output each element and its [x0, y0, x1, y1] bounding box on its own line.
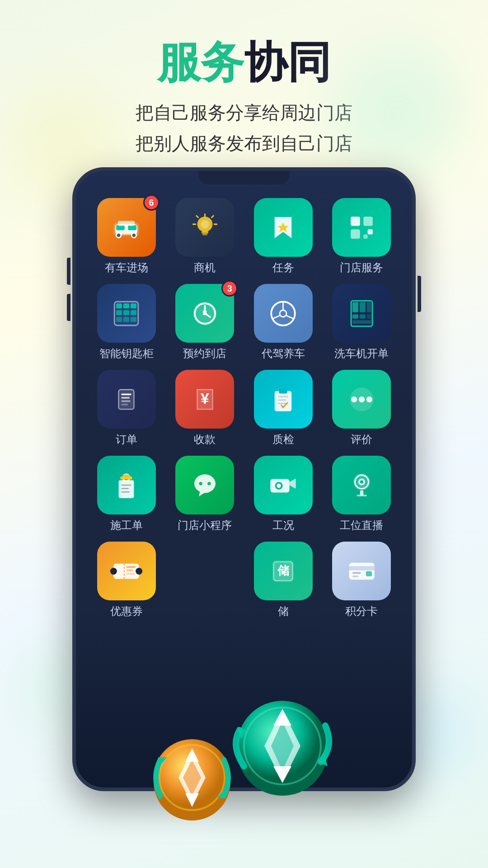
svg-rect-46 — [367, 302, 371, 312]
app-item-payment[interactable]: ¥ 收款 — [168, 370, 242, 447]
svg-rect-11 — [202, 233, 207, 235]
app-item-store-service[interactable]: 门店服务 — [325, 198, 399, 275]
app-item-washer[interactable]: 洗车机开单 — [325, 284, 399, 361]
svg-point-75 — [199, 482, 202, 486]
app-item-car-entry[interactable]: 6 有车进场 — [89, 198, 164, 275]
keypad-icon — [109, 297, 143, 330]
app-icon-wrapper-task — [254, 198, 313, 257]
app-icon-wrapper-car-entry: 6 — [97, 198, 156, 257]
svg-point-76 — [207, 482, 211, 486]
svg-line-41 — [273, 315, 281, 319]
label-review: 评价 — [351, 432, 372, 447]
app-item-coupon[interactable]: 优惠券 — [89, 542, 164, 618]
worker-icon — [109, 468, 143, 502]
svg-rect-23 — [363, 234, 367, 238]
svg-rect-29 — [123, 310, 129, 315]
label-washer: 洗车机开单 — [334, 346, 389, 361]
app-icon-smart-key — [97, 284, 156, 343]
svg-rect-51 — [118, 389, 135, 410]
green-coin — [228, 692, 337, 800]
svg-rect-45 — [360, 302, 366, 312]
svg-rect-26 — [123, 303, 129, 308]
app-item-appointment[interactable]: B 3 预约到店 — [168, 284, 242, 361]
app-item-empty1 — [168, 542, 242, 618]
svg-text:¥: ¥ — [201, 389, 209, 406]
app-icon-wrapper-quality — [254, 370, 313, 429]
app-icon-wrapper-appointment: B 3 — [175, 284, 234, 343]
app-icon-wrapper-live-status — [254, 456, 313, 514]
svg-point-67 — [366, 396, 372, 402]
app-icon-points-card — [332, 542, 391, 600]
app-icon-task — [254, 198, 313, 257]
app-icon-order — [97, 370, 156, 429]
app-item-station-live[interactable]: 工位直播 — [325, 456, 399, 533]
app-icon-wrapper-washer — [332, 284, 391, 343]
svg-rect-28 — [116, 310, 122, 315]
app-icon-wrapper-mini-program — [175, 456, 234, 514]
app-icon-valet — [254, 284, 313, 343]
app-item-storage[interactable]: 储 储 — [246, 542, 320, 618]
app-item-review[interactable]: 评价 — [325, 370, 399, 447]
app-item-smart-key[interactable]: 智能钥匙柜 — [89, 284, 164, 361]
label-valet: 代驾养车 — [262, 346, 305, 361]
svg-rect-55 — [122, 400, 131, 402]
label-live-status: 工况 — [272, 518, 294, 533]
svg-point-7 — [132, 233, 136, 237]
app-icon-storage: 储 — [254, 542, 313, 600]
car-icon — [109, 211, 143, 245]
svg-rect-91 — [127, 566, 136, 568]
svg-rect-61 — [278, 399, 287, 401]
svg-point-88 — [110, 568, 117, 575]
svg-rect-31 — [116, 317, 122, 322]
camera-icon — [266, 468, 300, 502]
apps-grid: 6 有车进场 — [89, 193, 399, 618]
app-icon-mini-program — [175, 456, 234, 514]
app-icon-review — [332, 370, 391, 429]
label-points-card: 积分卡 — [345, 604, 378, 618]
svg-rect-93 — [127, 573, 135, 575]
svg-rect-59 — [279, 388, 287, 393]
app-item-opportunity[interactable]: 商机 — [168, 198, 242, 275]
app-item-work-order[interactable]: 施工单 — [89, 456, 164, 533]
svg-point-65 — [351, 396, 357, 402]
clock-b-icon: B — [188, 297, 222, 330]
svg-rect-73 — [122, 491, 130, 492]
svg-rect-87 — [114, 563, 139, 579]
app-icon-coupon — [97, 542, 156, 600]
app-item-quality[interactable]: 质检 — [246, 370, 320, 447]
app-item-mini-program[interactable]: 门店小程序 — [168, 456, 242, 533]
svg-point-5 — [117, 233, 121, 237]
wechat-mini-icon — [188, 468, 222, 502]
title-green: 服务 — [157, 38, 244, 86]
app-item-valet[interactable]: 代驾养车 — [246, 284, 320, 361]
app-item-points-card[interactable]: 积分卡 — [325, 542, 399, 618]
yuan-icon: ¥ — [188, 382, 222, 416]
svg-line-42 — [286, 315, 293, 319]
coupon-icon — [109, 554, 143, 588]
app-item-order[interactable]: 订单 — [89, 370, 164, 447]
app-icon-wrapper-work-order — [97, 456, 156, 514]
app-icon-payment: ¥ — [175, 370, 234, 429]
grid-icon — [345, 211, 379, 245]
svg-rect-98 — [349, 566, 374, 570]
app-icon-station-live — [332, 456, 391, 514]
label-work-order: 施工单 — [110, 518, 143, 533]
svg-rect-60 — [278, 396, 289, 397]
app-item-live-status[interactable]: 工况 — [246, 456, 320, 533]
svg-rect-32 — [123, 317, 129, 322]
app-icon-wrapper-valet — [254, 284, 313, 343]
svg-point-66 — [359, 396, 365, 402]
app-icon-washer — [332, 284, 391, 343]
label-payment: 收款 — [194, 432, 216, 447]
svg-rect-30 — [131, 310, 136, 315]
app-item-task[interactable]: 任务 — [246, 198, 320, 275]
app-icon-live-status — [254, 456, 313, 514]
phone-wrapper: 6 有车进场 — [72, 167, 416, 800]
svg-marker-78 — [290, 478, 296, 489]
label-appointment: 预约到店 — [183, 346, 226, 361]
label-smart-key: 智能钥匙柜 — [99, 346, 154, 361]
label-opportunity: 商机 — [194, 260, 216, 275]
app-icon-wrapper-payment: ¥ — [175, 370, 234, 429]
svg-rect-8 — [118, 221, 135, 226]
svg-line-15 — [197, 216, 198, 217]
